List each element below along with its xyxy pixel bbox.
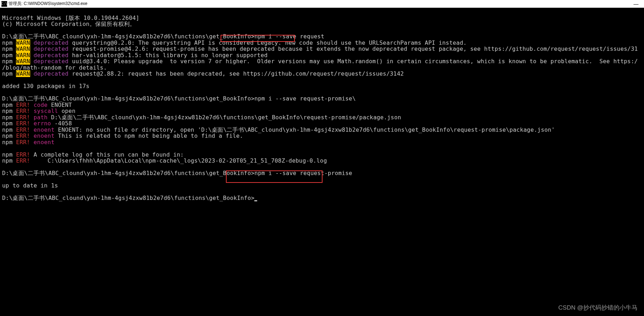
warn-badge: WARN xyxy=(16,70,30,77)
terminal-output[interactable]: Microsoft Windows [版本 10.0.19044.2604] (… xyxy=(0,8,644,214)
version-line: Microsoft Windows [版本 10.0.19044.2604] xyxy=(2,15,139,21)
err-log-path: C:\Users\fhhh\AppData\Local\npm-cache\_l… xyxy=(30,157,327,164)
watermark-text: CSDN @抄代码抄错的小牛马 xyxy=(558,304,638,312)
warn-text-cont: /blog/math-random for details. xyxy=(2,64,107,71)
cmd-icon: C:\ xyxy=(1,1,7,7)
warn-badge: WARN xyxy=(16,52,30,59)
prompt-path: D:\桌面\二手书\ABC_clound\yxh-1hm-4gsj4zxw81b… xyxy=(2,195,254,201)
err-key: syscall xyxy=(34,108,58,114)
npm-label: npm xyxy=(2,52,13,59)
err-badge: ERR! xyxy=(16,126,30,133)
uptodate-text: up to date in 1s xyxy=(2,182,58,189)
copyright-line: (c) Microsoft Corporation。保留所有权利。 xyxy=(2,21,135,27)
err-badge: ERR! xyxy=(16,114,30,121)
prompt-path: D:\桌面\二手书\ABC_clound\yxh-1hm-4gsj4zxw81b… xyxy=(2,170,254,176)
npm-label: npm xyxy=(2,139,13,146)
err-key: enoent xyxy=(34,139,55,146)
window-controls: — xyxy=(628,0,644,8)
warn-badge: WARN xyxy=(16,39,30,46)
command-input: npm i --save request xyxy=(254,33,324,40)
npm-label: npm xyxy=(2,157,13,164)
prompt-path: D:\桌面\二手书\ABC_clound\yxh-1hm-4gsj4zxw81b… xyxy=(2,33,254,40)
npm-label: npm xyxy=(2,126,13,133)
err-value: open xyxy=(58,108,75,114)
cursor-icon xyxy=(254,200,257,201)
err-value: This is related to npm not being able to… xyxy=(55,132,243,139)
warn-badge: WARN xyxy=(16,58,30,65)
err-key: errno xyxy=(34,120,51,127)
err-badge: ERR! xyxy=(16,102,30,108)
npm-label: npm xyxy=(2,108,13,114)
npm-label: npm xyxy=(2,114,13,121)
window-title: 管理员: C:\WINDOWS\system32\cmd.exe xyxy=(9,1,87,7)
err-value: -4058 xyxy=(51,120,72,127)
err-value: D:\桌面\二手书\ABC_clound\yxh-1hm-4gsj4zxw81b… xyxy=(48,114,401,121)
npm-label: npm xyxy=(2,120,13,127)
deprecated-label: deprecated xyxy=(34,70,69,77)
err-key: path xyxy=(34,114,48,121)
npm-label: npm xyxy=(2,132,13,139)
warn-text: request@2.88.2: request has been depreca… xyxy=(69,70,404,77)
err-badge: ERR! xyxy=(16,108,30,114)
err-badge: ERR! xyxy=(16,151,30,158)
npm-label: npm xyxy=(2,39,13,46)
err-value: ENOENT: no such file or directory, open … xyxy=(55,126,555,133)
warn-text: har-validator@5.1.5: this library is no … xyxy=(69,52,267,59)
window-titlebar: C:\ 管理员: C:\WINDOWS\system32\cmd.exe — xyxy=(0,0,644,8)
deprecated-label: deprecated xyxy=(34,52,69,59)
err-key: enoent xyxy=(34,132,55,139)
err-badge: ERR! xyxy=(16,132,30,139)
warn-badge: WARN xyxy=(16,45,30,52)
deprecated-label: deprecated xyxy=(34,58,69,65)
prompt-path: D:\桌面\二手书\ABC_clound\yxh-1hm-4gsj4zxw81b… xyxy=(2,95,254,102)
npm-label: npm xyxy=(2,102,13,108)
command-input: npm i --save request-promise\ xyxy=(254,95,356,102)
warn-text: request-promise@4.2.6: request-promise h… xyxy=(69,45,638,52)
warn-text: querystring@0.2.0: The querystring API i… xyxy=(69,39,467,46)
npm-label: npm xyxy=(2,45,13,52)
err-log-text: A complete log of this run can be found … xyxy=(30,151,184,158)
npm-label: npm xyxy=(2,70,13,77)
npm-label: npm xyxy=(2,151,13,158)
deprecated-label: deprecated xyxy=(34,45,69,52)
install-summary: added 130 packages in 17s xyxy=(2,83,90,89)
npm-label: npm xyxy=(2,58,13,65)
err-key: code xyxy=(34,102,48,108)
err-badge: ERR! xyxy=(16,120,30,127)
err-badge: ERR! xyxy=(16,139,30,146)
command-input: npm i --save request-promise xyxy=(254,170,352,176)
minimize-button[interactable]: — xyxy=(628,0,644,8)
err-key: enoent xyxy=(34,126,55,133)
err-value: ENOENT xyxy=(48,102,72,108)
deprecated-label: deprecated xyxy=(34,39,69,46)
err-badge: ERR! xyxy=(16,157,30,164)
warn-text: uuid@3.4.0: Please upgrade to version 7 … xyxy=(69,58,638,65)
